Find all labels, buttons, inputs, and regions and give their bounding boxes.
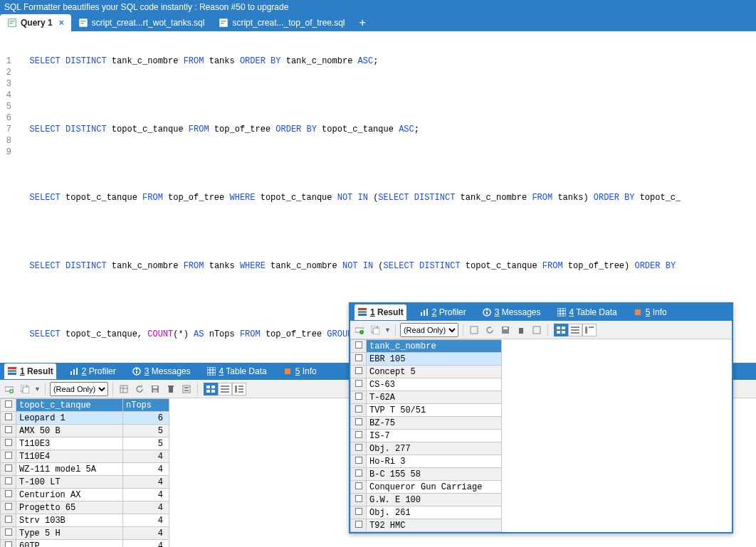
cell-tanque[interactable]: Centurion AX <box>16 489 123 501</box>
row-checkbox[interactable] <box>5 452 12 459</box>
cell-nombre[interactable]: B-C 155 58 <box>367 468 502 481</box>
refresh-button[interactable] <box>483 324 496 336</box>
delete-button[interactable] <box>164 383 177 395</box>
table-row[interactable]: EBR 105 <box>351 353 502 366</box>
row-checkbox[interactable] <box>355 418 362 425</box>
col-header-ntops[interactable]: nTops <box>123 399 169 412</box>
table-row[interactable]: T-100 LT4 <box>1 476 169 489</box>
table-row[interactable]: T-62A <box>351 391 502 404</box>
col-header-nombre[interactable]: tank_c_nombre <box>367 340 502 353</box>
dropdown-arrow-icon[interactable]: ▼ <box>384 326 391 334</box>
tab-messages-2[interactable]: 3 Messages <box>479 307 544 317</box>
readonly-select[interactable]: (Read Only) <box>400 323 458 337</box>
row-checkbox[interactable] <box>5 503 12 510</box>
cell-ntops[interactable]: 4 <box>123 527 169 540</box>
row-checkbox[interactable] <box>5 516 12 523</box>
cell-ntops[interactable]: 5 <box>123 425 169 437</box>
table-row[interactable]: CS-63 <box>351 378 502 391</box>
row-checkbox[interactable] <box>5 490 12 497</box>
table-row[interactable]: Conqueror Gun Carriage <box>351 481 502 494</box>
cell-ntops[interactable]: 4 <box>123 540 169 548</box>
save-button[interactable] <box>149 383 162 395</box>
table-row[interactable]: Strv 103B4 <box>1 514 169 527</box>
new-tab-button[interactable]: + <box>352 14 373 31</box>
dropdown-arrow-icon[interactable]: ▼ <box>34 386 41 393</box>
row-checkbox[interactable] <box>355 457 362 464</box>
row-checkbox[interactable] <box>355 354 362 361</box>
row-checkbox[interactable] <box>355 482 362 489</box>
row-checkbox[interactable] <box>355 393 362 400</box>
tab-query-1[interactable]: Query 1 × <box>0 14 71 31</box>
table-row[interactable]: T92 HMC <box>351 519 502 532</box>
result-grid-1[interactable]: topot_c_tanque nTops Leopard 16AMX 50 B5… <box>0 398 169 547</box>
table-row[interactable]: IS-7 <box>351 430 502 442</box>
grid-export-button[interactable] <box>468 324 481 336</box>
cell-tanque[interactable]: Type 5 H <box>16 527 123 540</box>
cell-tanque[interactable]: T110E3 <box>16 437 123 450</box>
save-button[interactable] <box>499 324 512 336</box>
table-row[interactable]: Concept 5 <box>351 366 502 378</box>
row-checkbox[interactable] <box>5 477 12 484</box>
dup-row-button[interactable] <box>19 383 31 395</box>
tab-tabledata[interactable]: 4 Table Data <box>204 366 270 376</box>
cell-nombre[interactable]: T-62A <box>367 391 502 404</box>
view-text-button[interactable] <box>582 324 597 336</box>
tab-result-2[interactable]: 1 Result <box>355 304 406 320</box>
row-checkbox[interactable] <box>355 469 362 477</box>
table-row[interactable]: Leopard 16 <box>1 412 169 425</box>
row-checkbox[interactable] <box>5 541 12 548</box>
tab-profiler-2[interactable]: 2 Profiler <box>416 307 469 317</box>
cell-nombre[interactable]: Concept 5 <box>367 366 502 378</box>
cell-nombre[interactable]: Ho-Ri 3 <box>367 455 502 468</box>
dup-row-button[interactable] <box>369 324 382 336</box>
tab-script-topoftree[interactable]: script_creat..._top_of_tree.sql <box>211 14 352 31</box>
readonly-select[interactable]: (Read Only) <box>50 382 108 396</box>
cell-nombre[interactable]: Obj. 277 <box>367 442 502 455</box>
cell-ntops[interactable]: 4 <box>123 463 169 476</box>
cell-ntops[interactable]: 4 <box>123 476 169 489</box>
row-checkbox[interactable] <box>5 439 12 446</box>
cell-tanque[interactable]: T-100 LT <box>16 476 123 489</box>
cell-tanque[interactable]: AMX 50 B <box>16 425 123 437</box>
row-checkbox[interactable] <box>355 521 362 528</box>
tab-info-2[interactable]: 5 Info <box>630 307 670 317</box>
tab-script-tanks[interactable]: script_creat...rt_wot_tanks.sql <box>71 14 212 31</box>
cell-nombre[interactable]: IS-7 <box>367 430 502 442</box>
tab-profiler[interactable]: 2 Profiler <box>66 366 119 376</box>
table-row[interactable]: Type 5 H4 <box>1 527 169 540</box>
cell-nombre[interactable]: TVP T 50/51 <box>367 404 502 417</box>
row-checkbox[interactable] <box>355 431 362 438</box>
row-checkbox[interactable] <box>355 380 362 387</box>
view-grid-button[interactable] <box>554 324 568 336</box>
grid-export-button[interactable] <box>117 383 130 395</box>
result-grid-2[interactable]: tank_c_nombre EBR 105Concept 5CS-63T-62A… <box>350 339 502 532</box>
table-row[interactable]: Obj. 261 <box>351 506 502 519</box>
select-all-checkbox[interactable] <box>355 341 362 349</box>
delete-button[interactable] <box>515 324 527 336</box>
select-all-checkbox[interactable] <box>5 400 12 408</box>
row-checkbox[interactable] <box>5 464 12 472</box>
tab-messages[interactable]: 3 Messages <box>129 366 194 376</box>
cell-nombre[interactable]: Obj. 261 <box>367 506 502 519</box>
cell-ntops[interactable]: 4 <box>123 450 169 463</box>
table-row[interactable]: 60TP4 <box>1 540 169 548</box>
cell-nombre[interactable]: G.W. E 100 <box>367 494 502 506</box>
refresh-button[interactable] <box>133 383 146 395</box>
table-row[interactable]: T110E44 <box>1 450 169 463</box>
add-row-button[interactable] <box>3 383 16 395</box>
cell-nombre[interactable]: T92 HMC <box>367 519 502 532</box>
view-grid-button[interactable] <box>204 383 218 395</box>
cell-tanque[interactable]: T110E4 <box>16 450 123 463</box>
cell-tanque[interactable]: Leopard 1 <box>16 412 123 425</box>
cell-nombre[interactable]: CS-63 <box>367 378 502 391</box>
cell-tanque[interactable]: Strv 103B <box>16 514 123 527</box>
cell-tanque[interactable]: WZ-111 model 5A <box>16 463 123 476</box>
cell-nombre[interactable]: Conqueror Gun Carriage <box>367 481 502 494</box>
cell-tanque[interactable]: Progetto 65 <box>16 501 123 514</box>
table-row[interactable]: Progetto 654 <box>1 501 169 514</box>
view-form-button[interactable] <box>218 383 232 395</box>
form-button[interactable] <box>530 324 543 336</box>
tab-tabledata-2[interactable]: 4 Table Data <box>554 307 620 317</box>
row-checkbox[interactable] <box>5 426 12 433</box>
cell-tanque[interactable]: 60TP <box>16 540 123 548</box>
